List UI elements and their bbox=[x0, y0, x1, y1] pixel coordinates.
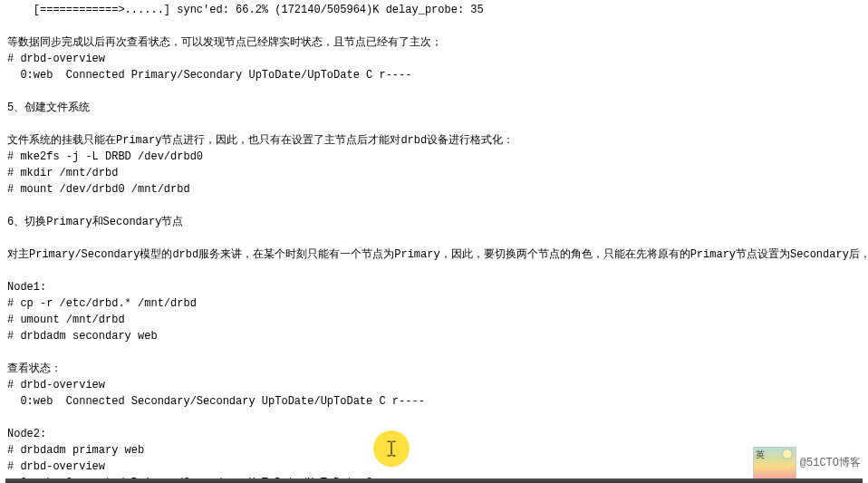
text-line: 0:web Connected Secondary/Secondary UpTo… bbox=[7, 393, 861, 410]
text-line bbox=[7, 344, 861, 361]
text-cursor-highlight bbox=[373, 430, 410, 467]
text-line: 5、创建文件系统 bbox=[7, 100, 861, 116]
text-line: # cp -r /etc/drbd.* /mnt/drbd bbox=[7, 295, 861, 312]
text-line: Node2: bbox=[7, 426, 861, 442]
text-line: # drbd-overview bbox=[7, 377, 861, 393]
watermark-badge bbox=[753, 447, 796, 479]
text-line: # umount /mnt/drbd bbox=[7, 312, 861, 328]
window-bottom-bar bbox=[5, 478, 863, 483]
text-line bbox=[7, 116, 861, 132]
text-line bbox=[7, 230, 861, 246]
text-line: # drbdadm primary web bbox=[7, 442, 861, 459]
text-line: Node1: bbox=[7, 279, 861, 295]
text-line bbox=[7, 410, 861, 426]
text-line: # drbdadm secondary web bbox=[7, 328, 861, 344]
text-line bbox=[7, 263, 861, 279]
text-line: 0:web Connected Primary/Secondary UpToDa… bbox=[7, 67, 861, 83]
text-line: # mkdir /mnt/drbd bbox=[7, 165, 861, 181]
watermark-text: @51CTO博客 bbox=[800, 455, 861, 471]
text-line: # mount /dev/drbd0 /mnt/drbd bbox=[7, 181, 861, 198]
text-line bbox=[7, 198, 861, 214]
text-line: [============>......] sync'ed: 66.2% (17… bbox=[7, 2, 861, 18]
i-beam-icon bbox=[385, 440, 398, 457]
text-line: 查看状态： bbox=[7, 361, 861, 377]
text-line: 对主Primary/Secondary模型的drbd服务来讲，在某个时刻只能有一… bbox=[7, 246, 861, 263]
text-line: 文件系统的挂载只能在Primary节点进行，因此，也只有在设置了主节点后才能对d… bbox=[7, 132, 861, 149]
text-line: 6、切换Primary和Secondary节点 bbox=[7, 214, 861, 230]
text-line bbox=[7, 83, 861, 100]
text-line bbox=[7, 18, 861, 34]
text-line: # drbd-overview bbox=[7, 459, 861, 475]
document-content: [============>......] sync'ed: 66.2% (17… bbox=[7, 2, 861, 483]
text-line: # drbd-overview bbox=[7, 51, 861, 67]
text-line: 等数据同步完成以后再次查看状态，可以发现节点已经牌实时状态，且节点已经有了主次； bbox=[7, 34, 861, 51]
watermark: @51CTO博客 bbox=[753, 447, 861, 479]
text-line: # mke2fs -j -L DRBD /dev/drbd0 bbox=[7, 149, 861, 165]
